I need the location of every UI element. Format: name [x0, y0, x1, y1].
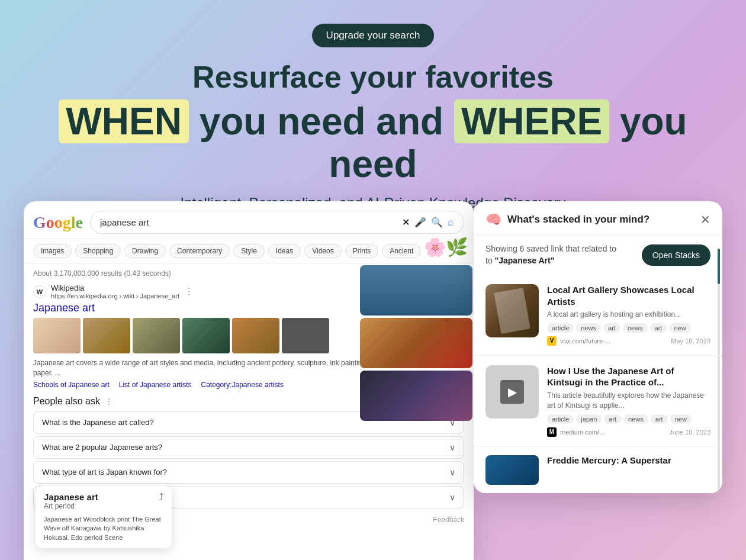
right-image-3 — [360, 371, 472, 421]
tab-prints[interactable]: Prints — [345, 244, 379, 258]
badge-container: Upgrade your search — [0, 0, 746, 47]
article-desc-1: A local art gallery is hosting an exhibi… — [547, 310, 710, 320]
vox-icon: V — [547, 336, 557, 346]
paa-text-3: What type of art is Japan known for? — [42, 468, 167, 477]
people-ask-menu[interactable]: ⋮ — [105, 397, 113, 406]
article-source-2: M medium.com/... — [547, 427, 604, 437]
tooltip-description: Japanese art Woodblock print The Great W… — [44, 515, 163, 542]
stacks-keyword: "Japanese Art" — [495, 256, 555, 265]
tab-shopping[interactable]: Shopping — [75, 244, 121, 258]
wiki-link-2[interactable]: List of Japanese artists — [119, 381, 192, 389]
tag2-new[interactable]: new — [670, 414, 692, 424]
art-image-4 — [182, 318, 230, 353]
article-title-1: Local Art Gallery Showcases Local Artist… — [547, 284, 710, 307]
right-image-panel — [355, 260, 474, 426]
tooltip-header: Japanese art Art period ⤴ — [44, 492, 163, 514]
freddie-row: Freddie Mercury: A Superstar — [485, 455, 710, 485]
paa-item-2[interactable]: What are 2 popular Japanese arts? ∨ — [33, 436, 464, 459]
right-panel: 🧠 What's stacked in your mind? ✕ Showing… — [485, 201, 722, 560]
art-image-1 — [33, 318, 81, 353]
article-footer-1: V vox.com/future-... May 10, 2023 — [547, 336, 710, 346]
close-button[interactable]: ✕ — [700, 213, 710, 227]
open-stacks-button[interactable]: Open Stacks — [642, 244, 710, 266]
paa-text-2: What are 2 popular Japanese arts? — [42, 443, 162, 452]
stacks-subtitle-text: Showing 6 saved link that related to — [485, 244, 616, 253]
wiki-url: Wikipedia https://en.wikipedia.org › wik… — [51, 284, 179, 300]
tab-videos[interactable]: Videos — [304, 244, 341, 258]
brain-icon: 🧠 — [485, 212, 501, 227]
paa-item-3[interactable]: What type of art is Japan known for? ∨ — [33, 461, 464, 484]
article-info-2: How I Use the Japanese Art of Kintsugi i… — [547, 365, 710, 437]
highlight-where: WHERE — [454, 99, 609, 143]
article-image-2: ▶ — [485, 365, 539, 419]
share-icon[interactable]: ⤴ — [159, 492, 163, 503]
stacks-card: 🧠 What's stacked in your mind? ✕ Showing… — [474, 201, 722, 493]
article-card-1: Local Art Gallery Showcases Local Artist… — [474, 275, 722, 356]
tag-news-2[interactable]: news — [623, 323, 648, 333]
hero-section: Resurface your favorites WHEN you need a… — [0, 59, 746, 211]
tooltip-subtitle: Art period — [44, 502, 98, 510]
article-image-1 — [485, 284, 539, 337]
tags-2: article japan art news art new — [547, 414, 710, 424]
wiki-link-3[interactable]: Category:Japanese artists — [201, 381, 283, 389]
tooltip-title: Japanese art — [44, 492, 98, 502]
wiki-icon: W — [33, 285, 46, 298]
right-image-1 — [360, 265, 472, 316]
search-query: japanese art — [100, 217, 397, 227]
source-url-2: medium.com/... — [560, 429, 604, 436]
tooltip-title-area: Japanese art Art period — [44, 492, 98, 514]
wiki-link-1[interactable]: Schools of Japanese art — [33, 381, 110, 389]
chevron-icon-3: ∨ — [449, 468, 455, 477]
chevron-icon-4: ∨ — [449, 493, 455, 502]
tag2-japan[interactable]: japan — [576, 414, 602, 424]
hero-line1: Resurface your favorites — [36, 59, 710, 95]
article-info-1: Local Art Gallery Showcases Local Artist… — [547, 284, 710, 346]
tab-style[interactable]: Style — [233, 244, 265, 258]
tab-ancient[interactable]: Ancient — [382, 244, 421, 258]
source-url-1: vox.com/future-... — [560, 337, 610, 345]
tag-new[interactable]: new — [669, 323, 690, 333]
content-area: Google japanese art ✕ 🎤 🔍 ⌕ Images Shopp… — [24, 201, 722, 560]
clear-icon[interactable]: ✕ — [402, 217, 410, 228]
medium-icon: M — [547, 427, 557, 437]
tag-article[interactable]: article — [547, 323, 574, 333]
search-icon[interactable]: ⌕ — [448, 216, 454, 228]
stacks-title: 🧠 What's stacked in your mind? — [485, 212, 649, 227]
art-image-5 — [232, 318, 279, 353]
voice-icon[interactable]: 🎤 — [414, 217, 426, 228]
search-icons: ✕ 🎤 🔍 ⌕ — [402, 216, 454, 228]
tag2-article[interactable]: article — [547, 414, 574, 424]
lens-icon[interactable]: 🔍 — [431, 217, 443, 228]
tab-ideas[interactable]: Ideas — [268, 244, 301, 258]
tab-images[interactable]: Images — [33, 244, 72, 258]
google-logo: Google — [33, 213, 83, 232]
freddie-image — [485, 455, 539, 485]
article-footer-2: M medium.com/... June 10, 2023 — [547, 427, 710, 437]
art-image-3 — [133, 318, 180, 353]
tags-1: article news art news art new — [547, 323, 710, 333]
freddie-partial: Freddie Mercury: A Superstar — [474, 447, 722, 493]
tag-art-2[interactable]: art — [650, 323, 667, 333]
article-date-1: May 10, 2023 — [671, 337, 710, 345]
tag2-art[interactable]: art — [604, 414, 621, 424]
stacks-header: 🧠 What's stacked in your mind? ✕ — [474, 201, 722, 235]
tag2-news[interactable]: news — [623, 414, 648, 424]
tag2-art2[interactable]: art — [651, 414, 668, 424]
tag-art-1[interactable]: art — [603, 323, 620, 333]
article-title-2: How I Use the Japanese Art of Kintsugi i… — [547, 365, 710, 388]
highlight-when: WHEN — [59, 99, 189, 143]
people-ask-title: People also ask — [33, 396, 100, 407]
stacks-title-text: What's stacked in your mind? — [507, 214, 649, 226]
upgrade-badge[interactable]: Upgrade your search — [312, 24, 435, 47]
art-image-6 — [282, 318, 329, 353]
google-mockup: Google japanese art ✕ 🎤 🔍 ⌕ Images Shopp… — [24, 201, 474, 560]
wiki-url-text: https://en.wikipedia.org › wiki › Japane… — [51, 292, 179, 300]
tab-contemporary[interactable]: Contemporary — [169, 244, 230, 258]
wiki-menu-icon[interactable]: ⋮ — [184, 286, 194, 297]
google-search-bar[interactable]: japanese art ✕ 🎤 🔍 ⌕ — [90, 211, 464, 234]
paa-text-1: What is the Japanese art called? — [42, 418, 154, 427]
right-image-2 — [360, 318, 472, 368]
tag-news[interactable]: news — [576, 323, 601, 333]
tab-drawing[interactable]: Drawing — [124, 244, 166, 258]
freddie-title: Freddie Mercury: A Superstar — [547, 455, 671, 465]
